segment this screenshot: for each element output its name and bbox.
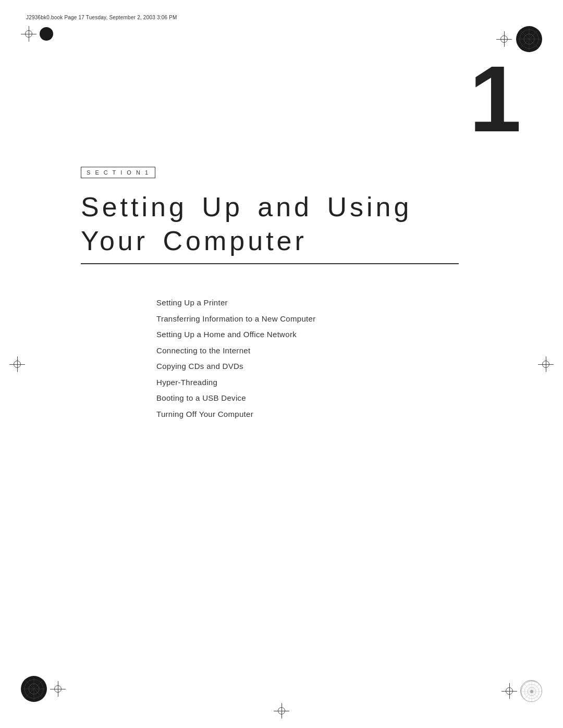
- toc-item-3: Setting Up a Home and Office Network: [156, 329, 316, 341]
- corner-circle-tl: [40, 27, 53, 41]
- toc-item-4: Connecting to the Internet: [156, 345, 316, 357]
- toc-item-5: Copying CDs and DVDs: [156, 361, 316, 373]
- corner-circle-bl: [21, 676, 47, 702]
- header-bar: J2936bk0.book Page 17 Tuesday, September…: [26, 15, 537, 20]
- title-underline: [81, 263, 459, 264]
- corner-mark-tl: [21, 26, 53, 42]
- toc-item-2: Transferring Information to a New Comput…: [156, 313, 316, 325]
- reg-mark-left-mid: [9, 356, 25, 372]
- reg-crosshair-tr: [496, 31, 512, 47]
- main-title: Setting Up and Using Your Computer: [81, 190, 459, 258]
- reg-crosshair-bl: [50, 681, 66, 697]
- toc-item-8: Turning Off Your Computer: [156, 409, 316, 421]
- corner-circle-br-radial: [520, 680, 542, 702]
- corner-mark-br: [501, 680, 542, 702]
- page: J2936bk0.book Page 17 Tuesday, September…: [0, 0, 563, 728]
- toc-item-1: Setting Up a Printer: [156, 297, 316, 309]
- section-label: S E C T I O N 1: [81, 167, 155, 178]
- reg-mark-bottom-mid: [274, 703, 289, 719]
- reg-crosshair-br: [501, 683, 517, 699]
- svg-point-25: [530, 690, 533, 693]
- toc-item-6: Hyper-Threading: [156, 377, 316, 389]
- file-info: J2936bk0.book Page 17 Tuesday, September…: [26, 15, 177, 20]
- main-title-block: Setting Up and Using Your Computer: [81, 190, 459, 264]
- chapter-number: 1: [469, 52, 521, 146]
- reg-crosshair-tl: [21, 26, 36, 42]
- toc-item-7: Booting to a USB Device: [156, 392, 316, 404]
- reg-mark-right-mid: [538, 356, 554, 372]
- toc-list: Setting Up a Printer Transferring Inform…: [156, 297, 316, 424]
- corner-mark-bl: [21, 676, 66, 702]
